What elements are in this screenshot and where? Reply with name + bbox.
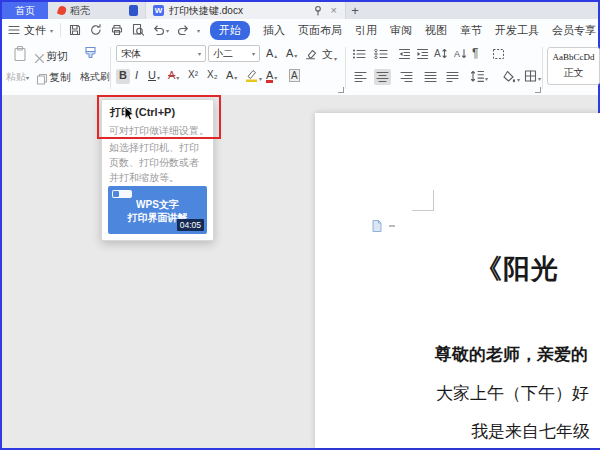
divider	[60, 23, 61, 37]
bullet-list-button[interactable]	[352, 48, 367, 60]
underline-button[interactable]: U▾	[148, 69, 160, 81]
tab-docer[interactable]: 稻壳	[48, 2, 138, 19]
divider	[110, 47, 111, 89]
italic-button[interactable]: I	[135, 69, 138, 81]
tab-page-layout[interactable]: 页面布局	[298, 23, 342, 38]
pinyin-guide-button[interactable]: 文▾	[322, 47, 337, 62]
pin-tab-icon[interactable]	[313, 5, 323, 16]
save-icon	[68, 23, 82, 37]
paste-button[interactable]	[12, 45, 28, 62]
font-color-button[interactable]: A▾	[266, 69, 277, 81]
copy-button[interactable]: 复制	[36, 70, 71, 85]
distribute-button[interactable]	[446, 71, 459, 83]
chevron-down-icon: ▾	[198, 50, 201, 57]
wps-window: 首页 稻壳 W 打印快捷键.docx × + 文件 ▾ ▾	[0, 0, 600, 450]
undo-icon	[152, 23, 166, 37]
font-family-select[interactable]: 宋体▾	[116, 45, 206, 62]
new-tab-button[interactable]: +	[347, 2, 363, 19]
numbered-list-button[interactable]	[374, 48, 389, 60]
superscript-button[interactable]: X²	[188, 69, 198, 80]
chevron-down-icon: ▾	[26, 75, 29, 81]
redo-button[interactable]	[176, 23, 190, 37]
save-button[interactable]	[68, 23, 82, 37]
style-gallery[interactable]: AaBbCcDd 正文	[547, 47, 600, 85]
print-preview-icon	[131, 23, 145, 37]
document-paragraph: 尊敬的老师，亲爱的	[435, 343, 588, 366]
docer-badge	[129, 5, 138, 16]
strikethrough-button[interactable]: A▾	[168, 69, 179, 81]
align-right-button[interactable]	[400, 71, 413, 83]
tab-insert[interactable]: 插入	[263, 23, 285, 38]
format-painter-label[interactable]: 格式刷	[80, 70, 110, 84]
nav-dash	[389, 225, 395, 227]
increase-indent-button[interactable]	[416, 48, 429, 60]
tab-document-label: 打印快捷键.docx	[169, 4, 313, 18]
font-color-swatch	[266, 80, 273, 83]
char-shading-button[interactable]: A	[289, 69, 300, 82]
text-borders-button[interactable]	[492, 48, 505, 60]
char-effects-button[interactable]: A▾	[226, 69, 237, 81]
redo-icon	[176, 23, 190, 37]
tab-view[interactable]: 视图	[425, 23, 447, 38]
close-tab-icon[interactable]: ×	[331, 5, 337, 16]
dashed-border-icon	[492, 48, 505, 60]
decrease-font-button[interactable]: A▾	[286, 47, 297, 59]
mouse-cursor	[124, 107, 136, 122]
paste-label[interactable]: 粘贴▾	[6, 70, 29, 84]
font-size-select[interactable]: 小二▾	[208, 45, 260, 62]
tab-review[interactable]: 审阅	[390, 23, 412, 38]
increase-font-button[interactable]: A▴	[266, 47, 277, 59]
chevron-down-icon: ▾	[538, 75, 541, 82]
document-area: 《阳光 尊敬的老师，亲爱的 大家上午（下午）好 我是来自七年级	[2, 95, 598, 448]
sync-button[interactable]	[89, 23, 103, 37]
tab-developer[interactable]: 开发工具	[495, 23, 539, 38]
chevron-down-icon: ▾	[50, 27, 53, 34]
paragraph-mark-button[interactable]: ¶	[472, 46, 478, 60]
undo-button[interactable]: ▾	[152, 23, 169, 37]
tab-member[interactable]: 会员专享	[552, 23, 596, 38]
group-expander-icon[interactable]	[535, 87, 541, 93]
wps-writer-icon: W	[153, 5, 164, 16]
tab-sections[interactable]: 章节	[460, 23, 482, 38]
line-spacing-button[interactable]: ▾	[470, 70, 488, 82]
sort-button[interactable]: A	[454, 47, 467, 60]
tutorial-video-thumbnail[interactable]: WPS文字 打印界面讲解 04:05	[108, 186, 207, 234]
svg-text:A: A	[434, 48, 441, 59]
divider	[542, 47, 543, 89]
decrease-indent-button[interactable]	[398, 48, 411, 60]
customize-toolbar-icon[interactable]: ▾	[197, 27, 200, 34]
bold-button[interactable]: B	[116, 69, 130, 84]
align-left-icon	[354, 71, 367, 83]
nav-page-icon[interactable]	[371, 219, 383, 233]
subscript-button[interactable]: X₂	[207, 69, 218, 80]
chevron-down-icon: ▾	[334, 55, 337, 62]
align-left-button[interactable]	[354, 71, 367, 83]
char-scale-button[interactable]: A	[434, 47, 448, 60]
tooltip-body: 如选择打印机、打印页数、打印份数或者并打和缩放等。	[109, 140, 207, 185]
chevron-down-icon: ▾	[234, 74, 237, 81]
print-button[interactable]	[110, 23, 124, 37]
tab-document[interactable]: W 打印快捷键.docx ×	[145, 2, 346, 19]
format-painter-button[interactable]	[82, 45, 100, 62]
video-duration-badge: 04:05	[177, 219, 204, 231]
tab-home[interactable]: 首页	[2, 2, 48, 19]
chevron-down-icon: ▾	[259, 75, 262, 82]
printer-icon	[110, 23, 124, 37]
ribbon: 粘贴▾ 剪切 复制 格式刷 宋体▾ 小二▾ A▴ A▾ 文▾ A A ¶ B I…	[2, 41, 598, 96]
cut-button[interactable]: 剪切	[34, 49, 68, 64]
print-preview-button[interactable]	[131, 23, 145, 37]
tab-references[interactable]: 引用	[355, 23, 377, 38]
clear-format-button[interactable]	[304, 47, 317, 60]
menu-bar: 文件 ▾ ▾ ▾ 开始 插入 页面布局 引用 审阅 视图 章节 开发工具 会员专…	[2, 19, 598, 41]
shading-button[interactable]: ▾	[502, 70, 520, 83]
borders-button[interactable]: ▾	[524, 70, 541, 82]
indent-icon	[416, 48, 429, 60]
tab-start[interactable]: 开始	[210, 21, 250, 40]
align-center-button[interactable]	[374, 69, 391, 85]
document-page[interactable]: 《阳光 尊敬的老师，亲爱的 大家上午（下午）好 我是来自七年级	[315, 113, 600, 448]
highlight-button[interactable]: ▾	[245, 68, 262, 82]
group-expander-icon[interactable]	[338, 87, 344, 93]
justify-button[interactable]	[424, 71, 437, 83]
file-menu-button[interactable]: 文件 ▾	[8, 19, 53, 41]
style-preview: AaBbCcDd	[548, 48, 599, 64]
